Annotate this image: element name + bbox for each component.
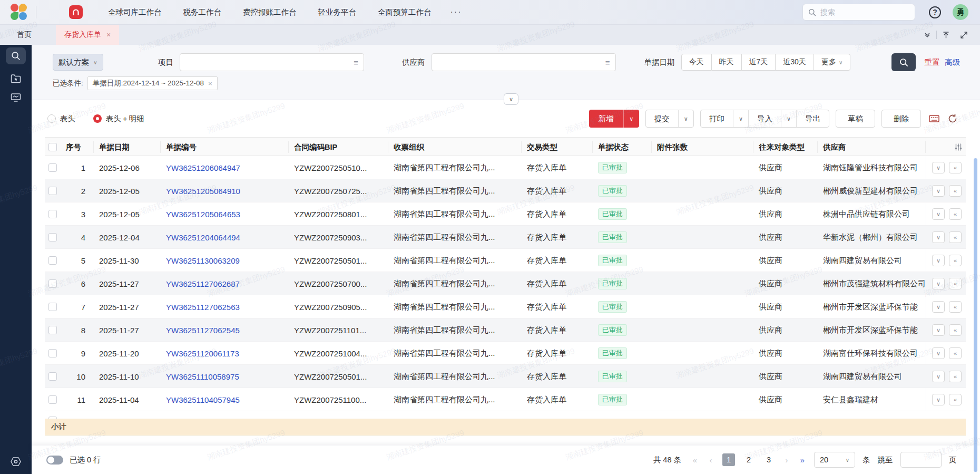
help-icon[interactable]: ?: [929, 6, 941, 18]
date-more-button[interactable]: 更多 ∨: [814, 54, 850, 71]
row-expand-button[interactable]: ∨: [932, 185, 945, 197]
vertical-scrollbar[interactable]: [974, 158, 977, 472]
advanced-link[interactable]: 高级: [945, 57, 960, 67]
scheme-select[interactable]: 默认方案 ∨: [53, 54, 103, 71]
row-collapse-left-button[interactable]: «: [949, 347, 962, 359]
doc-number-link[interactable]: YW36251204064494: [166, 233, 240, 242]
date-yesterday-button[interactable]: 昨天: [712, 54, 742, 71]
sidebar-settings-icon[interactable]: [0, 457, 32, 467]
nav-more-icon[interactable]: ···: [450, 7, 462, 17]
submit-button[interactable]: 提交: [646, 110, 678, 127]
row-expand-button[interactable]: ∨: [932, 371, 945, 382]
next-page-icon[interactable]: ›: [782, 456, 791, 465]
row-expand-button[interactable]: ∨: [932, 347, 945, 359]
row-checkbox[interactable]: [48, 233, 57, 241]
nav-item-budget[interactable]: 全面预算工作台: [378, 7, 432, 17]
nav-item-expense[interactable]: 费控报账工作台: [243, 7, 297, 17]
page-2-button[interactable]: 2: [742, 453, 755, 466]
row-checkbox[interactable]: [48, 349, 57, 357]
upload-icon[interactable]: [937, 31, 955, 39]
radio-checked-icon[interactable]: [93, 114, 102, 123]
row-expand-button[interactable]: ∨: [932, 231, 945, 243]
export-button[interactable]: 导出: [797, 110, 829, 127]
row-checkbox[interactable]: [48, 372, 57, 381]
doc-number-link[interactable]: YW36251120061173: [166, 349, 239, 358]
last-page-icon[interactable]: »: [798, 456, 807, 465]
prev-page-icon[interactable]: ‹: [707, 456, 715, 465]
column-settings-icon[interactable]: [954, 143, 963, 151]
sidebar-favorites-folder-icon[interactable]: [11, 74, 21, 83]
add-button[interactable]: 新增 ∨: [589, 110, 639, 128]
row-collapse-left-button[interactable]: «: [949, 208, 962, 220]
sidebar-search-icon[interactable]: [6, 47, 26, 64]
row-collapse-left-button[interactable]: «: [949, 231, 962, 243]
refresh-icon[interactable]: [947, 113, 958, 124]
submit-dropdown-icon[interactable]: ∨: [679, 110, 693, 127]
date-30days-button[interactable]: 近30天: [776, 54, 814, 71]
doc-number-link[interactable]: YW36251206064947: [166, 163, 240, 172]
tab-inventory-inbound[interactable]: 存货入库单 ×: [56, 25, 119, 45]
nav-item-treasury[interactable]: 全球司库工作台: [108, 7, 162, 17]
row-expand-button[interactable]: ∨: [932, 301, 945, 313]
row-checkbox[interactable]: [48, 395, 57, 404]
print-dropdown-icon[interactable]: ∨: [733, 110, 748, 127]
date-today-button[interactable]: 今天: [681, 54, 712, 71]
row-expand-button[interactable]: ∨: [932, 394, 945, 405]
nav-item-tax[interactable]: 税务工作台: [183, 7, 222, 17]
supplier-input[interactable]: [437, 58, 605, 66]
avatar[interactable]: 勇: [953, 4, 968, 20]
project-picker-icon[interactable]: ≡: [354, 58, 358, 67]
doc-number-link[interactable]: YW36251104057945: [166, 395, 240, 404]
nav-item-light-business[interactable]: 轻业务平台: [318, 7, 357, 17]
sidebar-dashboard-icon[interactable]: [11, 93, 21, 102]
select-all-checkbox[interactable]: [48, 143, 57, 151]
row-collapse-left-button[interactable]: «: [949, 185, 962, 197]
brand-logo-icon[interactable]: [11, 4, 27, 21]
row-checkbox[interactable]: [48, 279, 57, 288]
page-3-button[interactable]: 3: [762, 453, 775, 466]
project-input[interactable]: [185, 58, 354, 66]
jump-page-input[interactable]: [900, 452, 942, 468]
row-checkbox[interactable]: [48, 187, 57, 195]
doc-number-link[interactable]: YW36251127062563: [166, 303, 240, 312]
add-dropdown-icon[interactable]: ∨: [623, 110, 639, 128]
supplier-picker-icon[interactable]: ≡: [605, 58, 610, 67]
global-search-box[interactable]: [802, 4, 915, 21]
filter-search-button[interactable]: [891, 53, 916, 71]
tab-close-icon[interactable]: ×: [106, 31, 111, 39]
page-1-button[interactable]: 1: [722, 453, 735, 466]
reset-link[interactable]: 重置: [924, 57, 939, 67]
global-search-input[interactable]: [820, 8, 899, 16]
row-collapse-left-button[interactable]: «: [949, 162, 962, 173]
doc-number-link[interactable]: YW36251110058975: [166, 372, 239, 381]
project-field[interactable]: ≡: [180, 53, 364, 71]
row-collapse-left-button[interactable]: «: [949, 371, 962, 382]
draft-button[interactable]: 草稿: [836, 110, 875, 128]
row-checkbox[interactable]: [48, 163, 57, 172]
row-collapse-left-button[interactable]: «: [949, 255, 962, 266]
row-checkbox[interactable]: [48, 303, 57, 311]
doc-number-link[interactable]: YW36251205064910: [166, 187, 240, 196]
row-collapse-left-button[interactable]: «: [949, 278, 962, 289]
row-checkbox[interactable]: [48, 210, 57, 218]
row-expand-button[interactable]: ∨: [932, 208, 945, 220]
doc-number-link[interactable]: YW36251130063209: [166, 256, 240, 265]
row-collapse-left-button[interactable]: «: [949, 301, 962, 313]
view-mode-header-only[interactable]: 表头: [47, 114, 75, 124]
row-expand-button[interactable]: ∨: [932, 255, 945, 266]
home-app-icon[interactable]: [69, 5, 83, 19]
row-collapse-left-button[interactable]: «: [949, 394, 962, 405]
view-mode-header-detail[interactable]: 表头＋明细: [93, 114, 144, 124]
page-size-select[interactable]: 20 ∨: [814, 452, 855, 468]
filter-collapse-button[interactable]: ∨: [504, 93, 518, 105]
tab-home[interactable]: 首页: [0, 25, 41, 45]
doc-number-link[interactable]: YW36251205064653: [166, 210, 240, 219]
print-button[interactable]: 打印: [701, 110, 733, 127]
row-collapse-left-button[interactable]: «: [949, 324, 962, 336]
delete-button[interactable]: 删除: [881, 110, 921, 128]
date-7days-button[interactable]: 近7天: [742, 54, 776, 71]
row-checkbox[interactable]: [48, 326, 57, 334]
radio-unchecked-icon[interactable]: [47, 114, 56, 123]
row-expand-button[interactable]: ∨: [932, 278, 945, 289]
import-button[interactable]: 导入: [749, 110, 781, 127]
